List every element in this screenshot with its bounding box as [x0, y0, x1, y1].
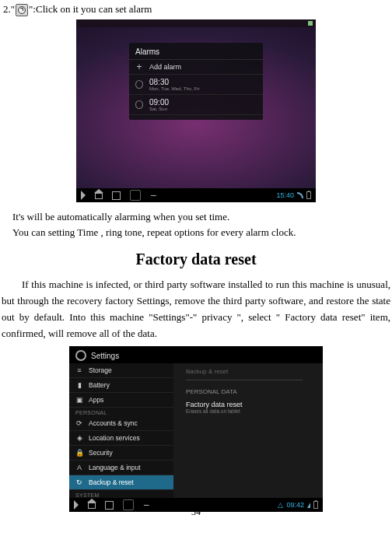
storage-icon: ≡ — [75, 366, 83, 374]
sidebar-item-security[interactable]: 🔒Security — [69, 446, 173, 461]
divider — [186, 380, 303, 380]
alarm-wallpaper: Alarms Add alarm 08:30 Mon, Tue, Wed, Th… — [76, 27, 316, 188]
settings-sidebar: ≡Storage ▮Battery ▣Apps PERSONAL ⟳Accoun… — [69, 363, 174, 498]
nav-bar: − △ 09:42 — [69, 498, 323, 512]
settings-screenshot: Settings ≡Storage ▮Battery ▣Apps PERSONA… — [69, 346, 323, 512]
language-icon: A — [75, 464, 83, 471]
settings-title: Settings — [91, 352, 119, 360]
status-clock: 15:40 — [276, 191, 294, 199]
recent-icon[interactable] — [112, 191, 121, 200]
sidebar-item-language[interactable]: ALanguage & input — [69, 461, 173, 475]
intro-line: 2."":Click on it you can set alarm — [3, 3, 392, 16]
factory-reset-item[interactable]: Factory data reset Erases all data on ta… — [173, 398, 323, 416]
gear-icon — [75, 350, 86, 361]
alarm-row[interactable]: 09:00 Sat, Sun — [129, 95, 263, 115]
battery-icon: ▮ — [75, 381, 83, 389]
sidebar-section-personal: PERSONAL — [69, 408, 173, 416]
screenshot-icon[interactable] — [123, 499, 134, 510]
intro-prefix: 2." — [3, 3, 15, 15]
back-icon[interactable] — [81, 191, 86, 200]
alarm-time: 08:30 — [149, 78, 257, 86]
back-icon[interactable] — [74, 500, 79, 510]
lock-icon: 🔒 — [75, 449, 83, 457]
location-icon: ◈ — [75, 434, 83, 442]
wifi-icon — [297, 192, 303, 198]
factory-reset-paragraph: If this machine is infected, or third pa… — [2, 276, 390, 342]
status-clock: 09:42 — [286, 501, 304, 509]
apps-icon: ▣ — [75, 396, 83, 404]
body-line-1: It's will be automatically alarming when… — [12, 210, 392, 224]
home-icon[interactable] — [95, 191, 103, 199]
alarm-toggle-icon[interactable] — [135, 101, 143, 109]
add-alarm-label: Add alarm — [149, 63, 257, 71]
alarm-toggle-icon[interactable] — [135, 81, 143, 89]
battery-icon — [306, 191, 311, 199]
alarm-panel: Alarms Add alarm 08:30 Mon, Tue, Wed, Th… — [129, 43, 263, 120]
body-line-2: You can setting Time , ring tone, repeat… — [12, 226, 392, 240]
alarm-time: 09:00 — [149, 98, 257, 107]
alarm-days: Sat, Sun — [149, 107, 257, 111]
sidebar-item-location[interactable]: ◈Location services — [69, 431, 173, 446]
settings-header: Settings — [75, 350, 119, 361]
add-alarm-row[interactable]: Add alarm — [129, 60, 263, 75]
alarm-days: Mon, Tue, Wed, Thu, Fri — [149, 86, 257, 91]
nav-bar: − 15:40 — [76, 188, 316, 202]
status-indicator — [308, 21, 313, 26]
alarm-row[interactable]: 08:30 Mon, Tue, Wed, Thu, Fri — [129, 75, 263, 95]
sidebar-item-backup-reset[interactable]: ↻Backup & reset — [69, 475, 173, 490]
recent-icon[interactable] — [105, 501, 114, 510]
home-icon[interactable] — [88, 501, 96, 509]
settings-content: Backup & reset PERSONAL DATA Factory dat… — [173, 363, 323, 498]
sync-icon: ⟳ — [75, 419, 83, 427]
intro-suffix: ":Click on it you can set alarm — [29, 3, 152, 15]
sidebar-section-system: SYSTEM — [69, 490, 173, 498]
content-section-label: PERSONAL DATA — [173, 382, 323, 398]
sidebar-item-apps[interactable]: ▣Apps — [69, 393, 173, 408]
screenshot-icon[interactable] — [130, 190, 141, 201]
plus-icon — [135, 63, 143, 71]
sidebar-item-accounts[interactable]: ⟳Accounts & sync — [69, 416, 173, 431]
section-heading: Factory data reset — [0, 250, 392, 268]
sidebar-item-battery[interactable]: ▮Battery — [69, 378, 173, 393]
alarm-screenshot: Alarms Add alarm 08:30 Mon, Tue, Wed, Th… — [76, 19, 316, 202]
signal-icon — [307, 503, 310, 508]
factory-reset-sublabel: Erases all data on tablet — [186, 408, 310, 414]
alarm-clock-icon — [16, 4, 28, 16]
alarm-panel-title: Alarms — [129, 43, 263, 60]
battery-icon — [313, 501, 318, 509]
factory-reset-label: Factory data reset — [186, 401, 310, 408]
sidebar-item-storage[interactable]: ≡Storage — [69, 363, 173, 378]
volume-down-icon[interactable]: − — [143, 502, 149, 508]
volume-down-icon[interactable]: − — [150, 192, 156, 198]
reset-icon: ↻ — [75, 478, 83, 486]
content-header: Backup & reset — [173, 363, 323, 378]
